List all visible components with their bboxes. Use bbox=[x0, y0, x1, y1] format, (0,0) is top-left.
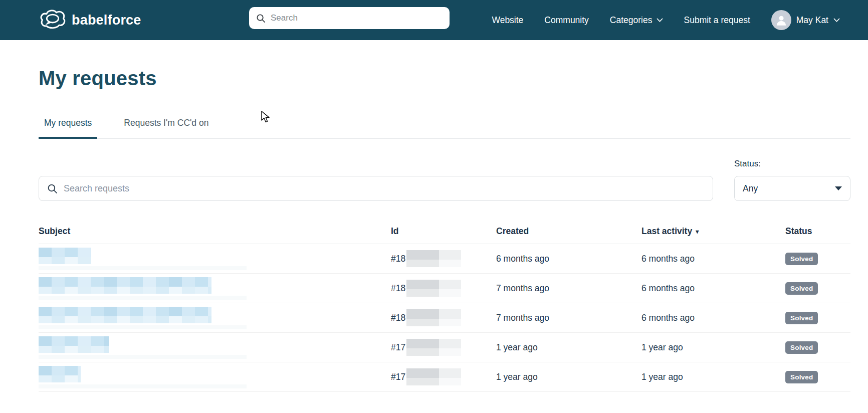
status-cell: Solved bbox=[785, 371, 850, 383]
navbar-links: Website Community Categories Submit a re… bbox=[492, 0, 840, 40]
created-value: 1 year ago bbox=[496, 342, 641, 353]
top-navbar: babelforce Website Community Categories … bbox=[0, 0, 868, 40]
subject-redacted bbox=[39, 366, 391, 388]
status-badge: Solved bbox=[785, 253, 818, 265]
created-value: 7 months ago bbox=[496, 283, 641, 294]
tab-my-requests[interactable]: My requests bbox=[39, 118, 97, 139]
id-redacted bbox=[406, 280, 439, 297]
navbar-search-box[interactable] bbox=[249, 7, 450, 29]
avatar bbox=[771, 10, 791, 30]
created-value: 7 months ago bbox=[496, 313, 641, 323]
subject-redacted bbox=[39, 277, 391, 300]
chevron-down-icon bbox=[833, 18, 840, 23]
brand-name: babelforce bbox=[72, 13, 141, 28]
last-activity-value: 1 year ago bbox=[641, 342, 785, 353]
created-value: 6 months ago bbox=[496, 254, 641, 264]
status-cell: Solved bbox=[785, 312, 850, 324]
dropdown-caret-icon bbox=[835, 186, 842, 190]
last-activity-label: Last activity bbox=[641, 226, 692, 237]
sort-descending-icon: ▾ bbox=[696, 228, 699, 235]
column-header-last-activity[interactable]: Last activity ▾ bbox=[641, 226, 785, 237]
search-icon bbox=[256, 14, 266, 23]
babelforce-cloud-logo-icon bbox=[39, 9, 67, 32]
created-value: 1 year ago bbox=[496, 372, 641, 382]
subject-redacted bbox=[39, 336, 391, 359]
column-header-status[interactable]: Status bbox=[785, 226, 850, 237]
request-id: #17 bbox=[391, 368, 496, 385]
last-activity-value: 6 months ago bbox=[641, 283, 785, 294]
status-filter-label: Status: bbox=[734, 159, 850, 169]
id-redacted bbox=[406, 309, 439, 326]
status-filter: Status: Any bbox=[734, 159, 850, 201]
last-activity-value: 6 months ago bbox=[641, 313, 785, 323]
request-id: #18 bbox=[391, 280, 496, 297]
table-row[interactable]: #17 1 year ago 1 year ago Solved bbox=[39, 362, 850, 392]
requests-table: Subject Id Created Last activity ▾ Statu… bbox=[39, 226, 850, 392]
id-redacted bbox=[406, 250, 439, 267]
column-header-created[interactable]: Created bbox=[496, 226, 641, 237]
id-redacted bbox=[406, 339, 439, 356]
chevron-down-icon bbox=[657, 18, 663, 23]
status-badge: Solved bbox=[785, 371, 818, 383]
subject-redacted bbox=[39, 307, 391, 329]
last-activity-value: 6 months ago bbox=[641, 254, 785, 264]
brand-logo[interactable]: babelforce bbox=[39, 0, 141, 40]
request-id: #17 bbox=[391, 339, 496, 356]
status-badge: Solved bbox=[785, 282, 818, 295]
status-cell: Solved bbox=[785, 341, 850, 354]
request-id: #18 bbox=[391, 309, 496, 326]
status-dropdown[interactable]: Any bbox=[734, 176, 850, 201]
column-header-id[interactable]: Id bbox=[391, 226, 496, 237]
subject-redacted bbox=[39, 248, 391, 270]
main-content: My requests My requests Requests I'm CC'… bbox=[0, 67, 868, 392]
status-cell: Solved bbox=[785, 253, 850, 265]
categories-label: Categories bbox=[610, 15, 653, 26]
user-name: May Kat bbox=[796, 15, 828, 26]
column-header-subject[interactable]: Subject bbox=[39, 226, 391, 237]
nav-link-categories[interactable]: Categories bbox=[610, 15, 663, 26]
table-row[interactable]: #17 1 year ago 1 year ago Solved bbox=[39, 333, 850, 362]
search-requests-input[interactable] bbox=[64, 183, 705, 194]
user-menu[interactable]: May Kat bbox=[771, 10, 840, 30]
filter-row: Status: Any bbox=[39, 159, 850, 201]
page-title: My requests bbox=[39, 67, 850, 90]
table-row[interactable]: #18 7 months ago 6 months ago Solved bbox=[39, 274, 850, 303]
status-badge: Solved bbox=[785, 341, 818, 354]
status-cell: Solved bbox=[785, 282, 850, 295]
search-requests-box[interactable] bbox=[39, 176, 713, 201]
request-id: #18 bbox=[391, 250, 496, 267]
navbar-search-input[interactable] bbox=[271, 13, 443, 23]
status-dropdown-value: Any bbox=[743, 183, 758, 194]
table-row[interactable]: #18 6 months ago 6 months ago Solved bbox=[39, 244, 850, 274]
table-row[interactable]: #18 7 months ago 6 months ago Solved bbox=[39, 303, 850, 333]
search-icon bbox=[47, 183, 58, 194]
tab-bar: My requests Requests I'm CC'd on bbox=[39, 118, 850, 139]
last-activity-value: 1 year ago bbox=[641, 372, 785, 382]
status-badge: Solved bbox=[785, 312, 818, 324]
id-redacted bbox=[406, 368, 439, 385]
tab-requests-ccd-on[interactable]: Requests I'm CC'd on bbox=[118, 118, 214, 139]
table-header-row: Subject Id Created Last activity ▾ Statu… bbox=[39, 226, 850, 244]
nav-link-website[interactable]: Website bbox=[492, 15, 523, 26]
nav-link-community[interactable]: Community bbox=[544, 15, 589, 26]
nav-link-submit-request[interactable]: Submit a request bbox=[684, 15, 750, 26]
